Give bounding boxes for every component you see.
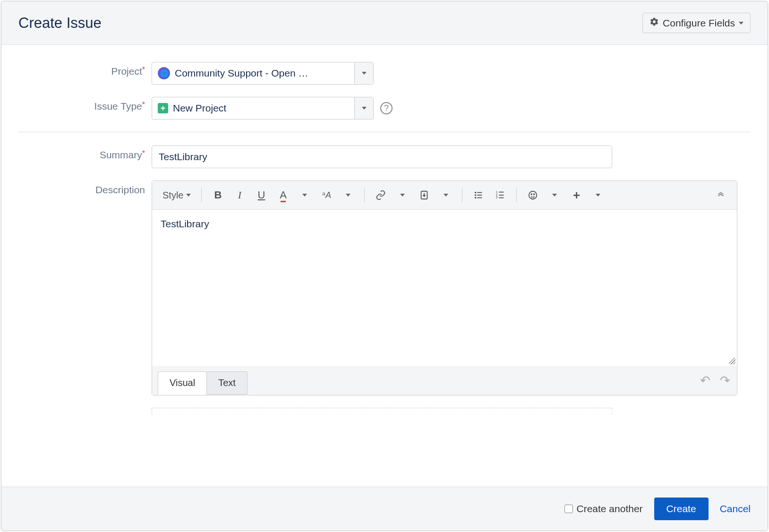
emoji-caret[interactable]: [545, 186, 564, 205]
svg-rect-4: [478, 195, 482, 196]
emoji-button[interactable]: [523, 186, 542, 205]
summary-input[interactable]: [152, 146, 612, 168]
numbered-list-button[interactable]: 123: [491, 186, 510, 205]
description-row: Description Style B I U A ᵃA: [18, 180, 751, 395]
dialog-header: Create Issue Configure Fields: [1, 1, 768, 45]
gear-icon: [649, 17, 659, 29]
chevron-down-icon: [739, 22, 743, 25]
help-icon[interactable]: ?: [380, 102, 393, 114]
style-dropdown[interactable]: Style: [159, 190, 195, 201]
dialog-title: Create Issue: [18, 15, 102, 32]
attachment-dropzone[interactable]: [152, 408, 612, 414]
configure-fields-label: Configure Fields: [663, 17, 735, 29]
resize-grip[interactable]: [729, 358, 735, 364]
project-dropdown-caret[interactable]: [354, 62, 373, 84]
summary-label: Summary*: [18, 146, 152, 168]
chevron-down-icon: [400, 194, 405, 197]
required-asterisk: *: [142, 101, 145, 109]
tab-visual[interactable]: Visual: [158, 371, 207, 395]
create-button[interactable]: Create: [654, 498, 709, 520]
editor-toolbar: Style B I U A ᵃA: [152, 181, 737, 210]
project-select[interactable]: 🌐 Community Support - Open …: [152, 62, 374, 85]
dialog-footer: Create another Create Cancel: [1, 487, 768, 531]
required-asterisk: *: [142, 149, 145, 157]
project-value: Community Support - Open …: [175, 68, 308, 79]
svg-point-13: [529, 191, 537, 199]
svg-rect-12: [499, 197, 504, 198]
clear-format-caret[interactable]: [339, 186, 358, 205]
redo-button[interactable]: ↷: [720, 373, 730, 388]
toolbar-separator: [364, 188, 365, 202]
issuetype-row: Issue Type* + New Project ?: [18, 97, 751, 120]
issuetype-select[interactable]: + New Project: [152, 97, 374, 120]
configure-fields-button[interactable]: Configure Fields: [642, 13, 751, 33]
collapse-toolbar-button[interactable]: [711, 186, 730, 205]
text-color-button[interactable]: A: [273, 186, 292, 205]
clear-format-button[interactable]: ᵃA: [317, 186, 336, 205]
chevron-down-icon: [186, 194, 191, 197]
create-another-checkbox[interactable]: Create another: [564, 503, 643, 515]
plus-icon: +: [158, 103, 168, 113]
svg-text:3: 3: [496, 196, 498, 199]
checkbox-icon: [564, 505, 573, 513]
text-color-caret[interactable]: [295, 186, 314, 205]
svg-rect-6: [478, 197, 482, 198]
chevron-down-icon: [302, 194, 307, 197]
chevron-down-icon: [596, 194, 600, 197]
toolbar-separator: [201, 188, 202, 202]
project-avatar-icon: 🌐: [158, 67, 170, 79]
bold-button[interactable]: B: [208, 186, 227, 205]
italic-button[interactable]: I: [230, 186, 249, 205]
issuetype-value: New Project: [173, 103, 226, 114]
toolbar-separator: [516, 188, 517, 202]
project-row: Project* 🌐 Community Support - Open …: [18, 62, 751, 85]
svg-rect-2: [478, 192, 482, 193]
create-issue-dialog: Create Issue Configure Fields Project* 🌐…: [1, 1, 768, 531]
issuetype-label: Issue Type*: [18, 97, 152, 120]
cancel-button[interactable]: Cancel: [720, 503, 751, 515]
more-insert-button[interactable]: +: [567, 186, 586, 205]
attachment-button[interactable]: [415, 186, 434, 205]
editor-footer: Visual Text ↶ ↷: [152, 366, 737, 395]
tab-text[interactable]: Text: [206, 371, 248, 395]
svg-point-15: [534, 194, 535, 195]
chevron-down-icon: [362, 107, 367, 110]
underline-button[interactable]: U: [252, 186, 271, 205]
link-button[interactable]: [371, 186, 390, 205]
svg-point-1: [475, 192, 477, 194]
description-editor: Style B I U A ᵃA: [152, 180, 737, 395]
svg-point-5: [475, 197, 477, 199]
svg-point-3: [475, 194, 477, 196]
toolbar-separator: [462, 188, 462, 202]
svg-point-14: [531, 194, 532, 195]
svg-rect-10: [499, 195, 504, 196]
svg-rect-8: [499, 192, 504, 193]
chevron-down-icon: [346, 194, 350, 197]
chevron-down-icon: [362, 72, 367, 75]
bullet-list-button[interactable]: [469, 186, 488, 205]
description-label: Description: [18, 180, 152, 395]
attachment-caret[interactable]: [436, 186, 455, 205]
more-insert-caret[interactable]: [589, 186, 607, 205]
issuetype-dropdown-caret[interactable]: [354, 97, 373, 119]
link-caret[interactable]: [393, 186, 412, 205]
summary-row: Summary*: [18, 146, 751, 168]
chevron-down-icon: [444, 194, 448, 197]
undo-button[interactable]: ↶: [700, 373, 710, 388]
required-asterisk: *: [142, 66, 145, 74]
chevron-down-icon: [552, 194, 557, 197]
dialog-body: Project* 🌐 Community Support - Open … Is…: [1, 45, 768, 487]
description-textarea[interactable]: TestLibrary: [152, 210, 737, 366]
section-divider: [18, 132, 751, 132]
project-label: Project*: [18, 62, 152, 85]
